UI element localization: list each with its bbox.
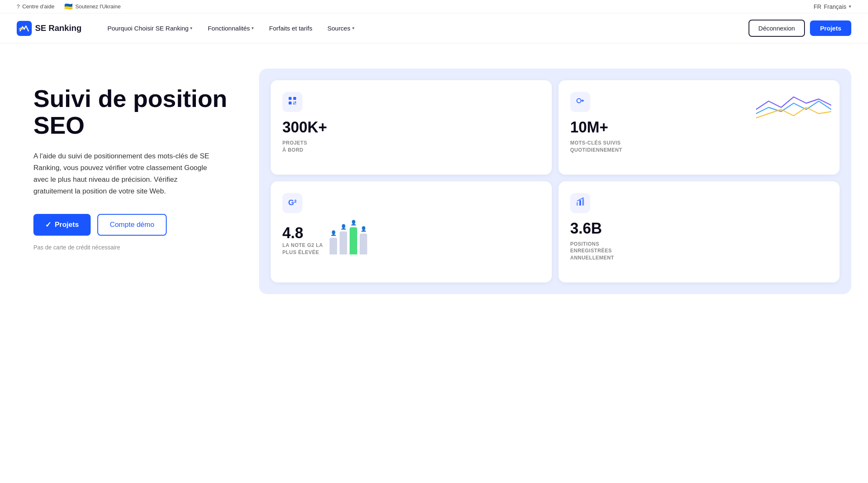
stat-value-positions: 3.6B: [570, 220, 828, 237]
svg-rect-10: [579, 200, 581, 206]
navbar: SE Ranking Pourquoi Choisir SE Ranking ▾…: [0, 13, 868, 43]
help-link[interactable]: ? Centre d'aide: [17, 3, 54, 10]
stat-value-projets: 300K+: [282, 119, 540, 136]
stat-card-positions: 3.6B POSITIONSENREGISTRÉESANNUELLEMENT: [558, 181, 840, 282]
ukraine-link[interactable]: 🇺🇦 Soutenez l'Ukraine: [64, 3, 121, 10]
person-icon-3: 👤: [350, 220, 357, 226]
stat-card-projets: 300K+ PROJETSÀ BORD: [271, 80, 552, 175]
nav-pourquoi-chevron: ▾: [190, 25, 193, 31]
svg-rect-11: [582, 199, 584, 206]
svg-rect-6: [293, 103, 294, 104]
svg-point-12: [583, 197, 584, 198]
hero-demo-button[interactable]: Compte démo: [97, 214, 167, 236]
hero-buttons: ✓ Projets Compte démo: [33, 214, 234, 236]
bar-2: [340, 231, 347, 254]
hero-section: Suivi de position SEO A l'aide du suivi …: [0, 43, 868, 328]
svg-rect-7: [295, 103, 296, 104]
logo[interactable]: SE Ranking: [17, 21, 81, 36]
nav-fonctionnalites-chevron: ▾: [251, 25, 254, 31]
stat-card-g2: G² 4.8 LA NOTE G2 LAPLUS ÉLEVÉE 👤 👤: [271, 181, 552, 282]
stat-label-motscles: MOTS-CLÉS SUIVISQUOTIDIENNEMENT: [570, 140, 828, 154]
ukraine-label: Soutenez l'Ukraine: [75, 3, 121, 10]
nav-sources[interactable]: Sources ▾: [322, 21, 360, 35]
stats-grid: 300K+ PROJETSÀ BORD 10M+ MOTS-CLÉS SUIVI…: [259, 69, 851, 294]
logo-icon: [17, 21, 32, 36]
deconnexion-button[interactable]: Déconnexion: [749, 20, 805, 37]
svg-rect-4: [293, 102, 294, 103]
topbar: ? Centre d'aide 🇺🇦 Soutenez l'Ukraine FR…: [0, 0, 868, 13]
stat-card-motscles: 10M+ MOTS-CLÉS SUIVISQUOTIDIENNEMENT: [558, 80, 840, 175]
lang-name: Français: [824, 3, 846, 10]
card-icon-wrap-motscles: [570, 92, 590, 112]
hero-demo-label: Compte démo: [110, 221, 155, 229]
help-label: Centre d'aide: [22, 3, 54, 10]
hero-projets-button[interactable]: ✓ Projets: [33, 214, 91, 236]
hero-description: A l'aide du suivi de positionnement des …: [33, 150, 217, 197]
card-icon-wrap-projets: [282, 92, 302, 112]
bar-4: [360, 234, 367, 254]
nav-links: Pourquoi Choisir SE Ranking ▾ Fonctionna…: [102, 21, 748, 35]
svg-rect-2: [293, 97, 296, 100]
chart-icon: [575, 197, 585, 209]
svg-rect-1: [289, 97, 292, 100]
key-icon: [575, 96, 585, 108]
hero-left: Suivi de position SEO A l'aide du suivi …: [33, 69, 234, 251]
nav-pourquoi-label: Pourquoi Choisir SE Ranking: [107, 25, 188, 32]
lang-selector[interactable]: FR Français ▾: [814, 3, 851, 10]
nav-fonctionnalites-label: Fonctionnalités: [208, 25, 250, 32]
projets-nav-button[interactable]: Projets: [810, 20, 851, 36]
person-icon-2: 👤: [340, 224, 347, 230]
hero-title: Suivi de position SEO: [33, 85, 234, 139]
bar-3: [350, 227, 357, 254]
person-icon-4: 👤: [360, 226, 367, 232]
lang-code: FR: [814, 3, 822, 10]
ukraine-flag-icon: 🇺🇦: [64, 3, 73, 10]
nav-pourquoi[interactable]: Pourquoi Choisir SE Ranking ▾: [102, 21, 198, 35]
svg-rect-3: [289, 102, 292, 104]
grid-icon: [287, 96, 297, 108]
nav-forfaits[interactable]: Forfaits et tarifs: [263, 21, 318, 35]
nav-actions: Déconnexion Projets: [749, 20, 851, 37]
card-icon-wrap-positions: [570, 193, 590, 213]
g2-icon: G²: [288, 198, 297, 207]
svg-rect-5: [295, 102, 296, 103]
mini-chart-icon: [756, 89, 831, 122]
logo-text: SE Ranking: [35, 23, 81, 33]
person-icon-1: 👤: [330, 230, 337, 236]
stat-label-positions: POSITIONSENREGISTRÉESANNUELLEMENT: [570, 241, 828, 262]
hero-projets-label: Projets: [55, 221, 79, 229]
bar-group-2: 👤: [340, 224, 347, 254]
bar-group-3: 👤: [350, 220, 357, 254]
stat-label-projets: PROJETSÀ BORD: [282, 140, 540, 154]
bar-group-1: 👤: [330, 230, 337, 254]
svg-rect-9: [576, 202, 578, 206]
nav-forfaits-label: Forfaits et tarifs: [269, 25, 312, 32]
nav-sources-chevron: ▾: [352, 25, 355, 31]
projets-checkmark-icon: ✓: [45, 220, 51, 229]
card-icon-wrap-g2: G²: [282, 193, 302, 213]
stat-label-g2: LA NOTE G2 LAPLUS ÉLEVÉE: [282, 242, 323, 256]
bar-1: [330, 238, 337, 254]
help-icon: ?: [17, 3, 20, 10]
hero-note: Pas de carte de crédit nécessaire: [33, 244, 234, 251]
stat-value-g2: 4.8: [282, 224, 323, 242]
nav-sources-label: Sources: [327, 25, 350, 32]
nav-fonctionnalites[interactable]: Fonctionnalités ▾: [202, 21, 260, 35]
lang-chevron-icon: ▾: [849, 4, 851, 9]
bar-group-4: 👤: [360, 226, 367, 254]
